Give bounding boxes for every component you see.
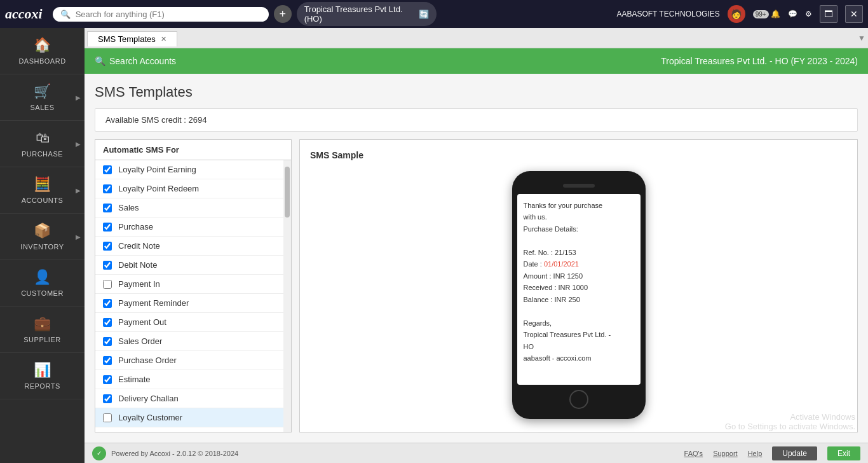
sidebar-item-purchase[interactable]: 🛍 PURCHASE ▶ — [0, 121, 85, 167]
list-item[interactable]: Sales — [95, 198, 291, 218]
list-item[interactable]: Debit Note — [95, 256, 291, 275]
exit-button[interactable]: Exit — [827, 446, 860, 460]
list-item[interactable]: Purchase — [95, 218, 291, 237]
sales-arrow: ▶ — [76, 94, 81, 101]
sidebar: 🏠 DASHBOARD 🛒 SALES ▶ 🛍 PURCHASE ▶ 🧮 ACC… — [0, 28, 85, 463]
list-item[interactable]: Purchase Order — [95, 351, 291, 370]
list-item-checkbox[interactable] — [103, 223, 112, 232]
list-item[interactable]: Credit Note — [95, 237, 291, 256]
list-item-checkbox[interactable] — [103, 299, 112, 308]
phone-mockup: Thanks for your purchase with us. Purcha… — [512, 171, 646, 419]
list-item-checkbox[interactable] — [103, 375, 112, 384]
phone-home-button — [569, 390, 588, 409]
list-item[interactable]: Payment Out — [95, 313, 291, 332]
list-item[interactable]: Estimate — [95, 370, 291, 389]
sidebar-item-supplier[interactable]: 💼 SUPPLIER — [0, 307, 85, 353]
close-icon[interactable]: ✕ — [845, 5, 863, 23]
list-item-checkbox[interactable] — [103, 261, 112, 270]
gear-icon[interactable]: ⚙ — [805, 10, 812, 18]
list-item[interactable]: Payment Reminder — [95, 294, 291, 313]
sidebar-label-sales: SALES — [31, 104, 55, 111]
search-accounts-button[interactable]: 🔍 Search Accounts — [95, 56, 176, 66]
faqs-link[interactable]: FAQ's — [684, 450, 703, 457]
purchase-icon: 🛍 — [36, 130, 50, 146]
list-item-label: Sales — [118, 203, 139, 212]
list-item-label: Debit Note — [118, 260, 157, 270]
list-item-checkbox[interactable] — [103, 318, 112, 327]
list-item-checkbox[interactable] — [103, 337, 112, 346]
company-name: Tropical Treasures Pvt Ltd.(HO) — [304, 4, 414, 24]
sms-line-13: aabasoft - accoxi.com — [524, 353, 634, 364]
list-item-checkbox[interactable] — [103, 356, 112, 365]
search-input[interactable] — [76, 10, 241, 19]
sms-line-5: Date : 01/01/2021 — [524, 259, 634, 270]
company-selector[interactable]: Tropical Treasures Pvt Ltd.(HO) 🔄 — [297, 2, 437, 26]
footer-right: FAQ's Support Help Update Exit — [684, 446, 860, 460]
list-item[interactable]: Loyalty Point Earning — [95, 160, 291, 179]
list-item[interactable]: Sales Order — [95, 332, 291, 351]
sidebar-item-customer[interactable]: 👤 CUSTOMER — [0, 260, 85, 307]
accounts-icon: 🧮 — [34, 176, 51, 193]
phone-screen: Thanks for your purchase with us. Purcha… — [517, 194, 641, 385]
update-button[interactable]: Update — [772, 446, 817, 460]
list-item-checkbox[interactable] — [103, 280, 112, 289]
tab-close-icon[interactable]: ✕ — [161, 35, 166, 43]
notification-badge[interactable]: 99+ 🔔 — [753, 10, 780, 18]
sidebar-item-reports[interactable]: 📊 REPORTS — [0, 353, 85, 399]
tab-bar: SMS Templates ✕ ▼ — [85, 28, 868, 48]
footer: ✓ Powered by Accoxi - 2.0.12 © 2018-2024… — [85, 443, 868, 463]
footer-logo: ✓ — [92, 446, 106, 460]
list-item-checkbox[interactable] — [103, 413, 112, 422]
footer-left: ✓ Powered by Accoxi - 2.0.12 © 2018-2024 — [92, 446, 238, 460]
sms-line-2: Purchase Details: — [524, 224, 634, 235]
minimize-icon[interactable]: 🗖 — [820, 5, 837, 23]
sidebar-item-accounts[interactable]: 🧮 ACCOUNTS ▶ — [0, 167, 85, 214]
bell-icon: 🔔 — [771, 10, 780, 18]
list-item-checkbox[interactable] — [103, 184, 112, 193]
list-item-label: Loyalty Point Earning — [118, 165, 196, 174]
sms-line-1: with us. — [524, 212, 634, 223]
list-panel: Automatic SMS For Loyalty Point EarningL… — [95, 139, 292, 432]
list-header: Automatic SMS For — [95, 140, 291, 160]
list-item[interactable]: Loyalty Point Redeem — [95, 179, 291, 198]
support-link[interactable]: Support — [713, 450, 738, 457]
inventory-arrow: ▶ — [76, 233, 81, 240]
sidebar-item-inventory[interactable]: 📦 INVENTORY ▶ — [0, 214, 85, 260]
topbar: accoxi 🔍 + Tropical Treasures Pvt Ltd.(H… — [0, 0, 868, 28]
help-link[interactable]: Help — [748, 450, 763, 457]
list-item-checkbox[interactable] — [103, 394, 112, 403]
sms-line-10: Regards, — [524, 318, 634, 329]
list-item[interactable]: Payment In — [95, 275, 291, 294]
sidebar-item-sales[interactable]: 🛒 SALES ▶ — [0, 74, 85, 121]
list-item-checkbox[interactable] — [103, 204, 112, 212]
sms-line-11: Tropical Treasures Pvt Ltd. - — [524, 329, 634, 340]
dashboard-icon: 🏠 — [34, 37, 51, 53]
sms-credit: Available SMS credit : 2694 — [95, 108, 858, 132]
search-bar[interactable]: 🔍 — [53, 7, 269, 22]
list-item-label: Sales Order — [118, 336, 162, 346]
sms-line-4: Ref. No. : 21/153 — [524, 247, 634, 258]
sample-title: SMS Sample — [310, 150, 847, 160]
search-icon: 🔍 — [60, 10, 71, 19]
tab-sms-templates-label: SMS Templates — [98, 34, 156, 44]
user-company: AABASOFT TECHNOLOGIES — [616, 10, 719, 18]
add-button[interactable]: + — [274, 5, 292, 23]
sms-line-3 — [524, 235, 634, 246]
list-item[interactable]: Delivery Challan — [95, 389, 291, 408]
list-scrollbar[interactable] — [283, 160, 291, 432]
tab-sms-templates[interactable]: SMS Templates ✕ — [87, 31, 177, 46]
list-item[interactable]: Loyalty Customer — [95, 408, 291, 427]
list-item-label: Delivery Challan — [118, 394, 179, 403]
list-item-checkbox[interactable] — [103, 242, 112, 251]
refresh-icon[interactable]: 🔄 — [419, 10, 429, 19]
sales-icon: 🛒 — [34, 83, 51, 100]
green-header: 🔍 Search Accounts Tropical Treasures Pvt… — [85, 48, 868, 74]
tab-pin-icon[interactable]: ▼ — [858, 34, 865, 43]
sms-line-8: Balance : INR 250 — [524, 294, 634, 305]
chat-icon[interactable]: 💬 — [788, 10, 797, 18]
sidebar-item-dashboard[interactable]: 🏠 DASHBOARD — [0, 28, 85, 74]
search-accounts-label: Search Accounts — [109, 56, 176, 66]
phone-speaker — [563, 184, 595, 188]
list-item-label: Loyalty Customer — [118, 413, 182, 422]
list-item-checkbox[interactable] — [103, 165, 112, 174]
